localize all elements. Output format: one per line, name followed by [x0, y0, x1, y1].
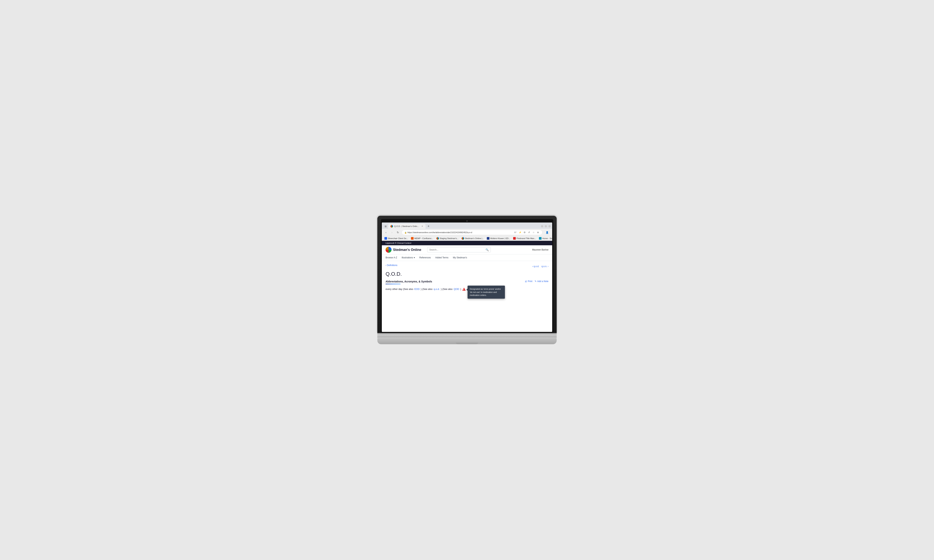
- tab-favicon: [390, 225, 393, 228]
- bookmark-favicon-wolters: [487, 237, 489, 240]
- laptop-hinge: [377, 333, 557, 334]
- search-bar[interactable]: 🔍: [427, 247, 491, 252]
- new-tab-button[interactable]: +: [426, 224, 431, 229]
- bookmark-label-stedmans: Stedman's Online |...: [465, 237, 484, 240]
- definition-text: every other day (See also EOD ) (See als…: [385, 287, 549, 291]
- bookmark-firebrand[interactable]: Firebrand Title Man...: [512, 237, 537, 240]
- search-input[interactable]: [429, 248, 484, 251]
- back-button[interactable]: ‹: [384, 230, 388, 235]
- extensions-icon[interactable]: ⚡: [518, 231, 522, 234]
- bookmark-memp[interactable]: MEMP - Confluenc...: [410, 237, 434, 240]
- tab-close-icon[interactable]: ×: [421, 225, 423, 228]
- next-term-link[interactable]: q.o.n. ›: [541, 265, 549, 268]
- main-nav: Browse A-Z Illustrations ▾ References Ad…: [382, 254, 552, 261]
- page-title: Q.O.D.: [385, 271, 549, 277]
- reader-icon[interactable]: A⁺: [514, 231, 517, 234]
- content-area: ‹ Definitions ‹ q.o.d. q.o.n. ›: [382, 261, 552, 332]
- section-actions: 🖨 Print ✎ Add a Note: [525, 280, 549, 283]
- def-link-qod-upper[interactable]: QOD: [454, 287, 459, 291]
- bookmark-smartsheet[interactable]: Home - Smartsheet...: [538, 237, 552, 240]
- screen: ⊞ Q.O.D. | Stedman's Online | Wolt... × …: [382, 223, 552, 332]
- search-icon[interactable]: 🔍: [485, 248, 489, 251]
- bookmarks-bar: Silverchair Client Se... MEMP - Confluen…: [382, 236, 552, 241]
- section-underline: [385, 284, 401, 284]
- bookmark-favicon-smartsheet: [539, 237, 541, 240]
- tab-bar: ⊞ Q.O.D. | Stedman's Online | Wolt... × …: [382, 223, 552, 229]
- maximize-button[interactable]: [545, 225, 547, 228]
- def-link-eod[interactable]: EOD: [414, 287, 419, 291]
- add-note-button[interactable]: ✎ Add a Note: [535, 280, 549, 283]
- address-bar: ‹ › ↻ 🔒 https://stedmansonline.com/lw/ab…: [382, 229, 552, 236]
- bookmark-favicon-stedmans: [462, 237, 464, 240]
- website-content: Lippincott ® Clinical Context Stedman's …: [382, 241, 552, 332]
- bookmark-label-staging: Staging Stedman's...: [440, 237, 459, 240]
- tab-grid-icon[interactable]: ⊞: [383, 224, 388, 228]
- reload-button[interactable]: ↻: [396, 230, 400, 235]
- section-title: Abbreviations, Acronyms, & Symbols: [385, 280, 432, 283]
- def-text-1: every other day (See also: [385, 287, 413, 291]
- site-nav: Stedman's Online 🔍 Maureen Barlow: [382, 245, 552, 254]
- prev-term-link[interactable]: ‹ q.o.d.: [532, 265, 539, 268]
- def-link-qod-lower[interactable]: q.o.d.: [433, 287, 440, 291]
- print-button[interactable]: 🖨 Print: [525, 280, 532, 283]
- def-text-2: ) (See also: [421, 287, 432, 291]
- bookmark-favicon-firebrand: [513, 237, 516, 240]
- prev-chevron: ‹: [532, 265, 533, 268]
- pencil-icon: ✎: [535, 280, 536, 283]
- bookmark-silverchair[interactable]: Silverchair Client Se...: [383, 237, 409, 240]
- bookmark-favicon-memp: [411, 237, 413, 240]
- close-button[interactable]: [549, 225, 551, 228]
- next-chevron: ›: [547, 265, 549, 268]
- nav-illustrations[interactable]: Illustrations ▾: [402, 254, 415, 261]
- breadcrumb-link[interactable]: ‹ Definitions: [385, 264, 397, 266]
- lock-icon: 🔒: [404, 231, 406, 233]
- active-tab[interactable]: Q.O.D. | Stedman's Online | Wolt... ×: [388, 224, 425, 229]
- address-url: https://stedmansonline.com/lw/abbreviati…: [407, 231, 513, 234]
- nav-my-stedmans[interactable]: My Stedman's: [453, 254, 467, 261]
- warning-triangle: [462, 288, 466, 291]
- warning-tooltip: Designated as 'error-prone' and/or 'do n…: [467, 286, 505, 298]
- profile-icon[interactable]: 👤: [545, 230, 549, 234]
- breadcrumb: ‹ Definitions: [385, 264, 397, 266]
- bookmark-label-firebrand: Firebrand Title Man...: [516, 237, 536, 240]
- def-text-4: ): [460, 287, 461, 291]
- settings-icon[interactable]: ⚙: [523, 231, 526, 234]
- section-title-block: Abbreviations, Acronyms, & Symbols: [385, 280, 432, 286]
- nav-browse-az[interactable]: Browse A-Z: [385, 254, 397, 261]
- bookmark-label-memp: MEMP - Confluenc...: [414, 237, 433, 240]
- bookmark-label-silverchair: Silverchair Client Se...: [388, 237, 408, 240]
- nav-references[interactable]: References: [419, 254, 431, 261]
- logo-text: Stedman's Online: [393, 248, 421, 252]
- laptop-lid: ⊞ Q.O.D. | Stedman's Online | Wolt... × …: [377, 216, 557, 333]
- bookmark-wolters[interactable]: Wolters Kluwer | ED...: [485, 237, 511, 240]
- user-name: Maureen Barlow: [532, 248, 549, 251]
- laptop: ⊞ Q.O.D. | Stedman's Online | Wolt... × …: [377, 216, 557, 344]
- illustrations-chevron: ▾: [414, 256, 415, 259]
- bookmark-label-smartsheet: Home - Smartsheet...: [542, 237, 552, 240]
- section-header-row: Abbreviations, Acronyms, & Symbols 🖨 Pri…: [385, 280, 549, 286]
- minimize-button[interactable]: [541, 225, 543, 228]
- bookmark-label-wolters: Wolters Kluwer | ED...: [490, 237, 510, 240]
- tooltip-arrow: [467, 289, 467, 291]
- bookmark-staging[interactable]: Staging Stedman's...: [435, 237, 460, 240]
- warning-icon[interactable]: ! Designated as 'error-prone' and/or 'do…: [462, 288, 466, 291]
- window-controls: [541, 225, 551, 228]
- laptop-bottom: [377, 338, 557, 344]
- breadcrumb-row: ‹ Definitions ‹ q.o.d. q.o.n. ›: [385, 264, 549, 269]
- bookmark-favicon-silverchair: [384, 237, 387, 240]
- def-text-3: ) (See also: [441, 287, 453, 291]
- browser-chrome: ⊞ Q.O.D. | Stedman's Online | Wolt... × …: [382, 223, 552, 241]
- site-logo: Stedman's Online: [385, 247, 421, 253]
- bookmark-favicon-staging: [436, 237, 439, 240]
- share-icon[interactable]: ⊕: [536, 231, 539, 234]
- nav-added-terms[interactable]: Added Terms: [435, 254, 449, 261]
- clinical-context-bar: Lippincott ® Clinical Context: [382, 241, 552, 245]
- star-icon[interactable]: ☆: [532, 231, 535, 234]
- screen-bezel: ⊞ Q.O.D. | Stedman's Online | Wolt... × …: [381, 219, 553, 333]
- address-input[interactable]: 🔒 https://stedmansonline.com/lw/abbrevia…: [402, 230, 543, 235]
- refresh-icon[interactable]: ↺: [527, 231, 531, 234]
- forward-button[interactable]: ›: [390, 230, 394, 235]
- bookmark-stedmans[interactable]: Stedman's Online |...: [461, 237, 485, 240]
- clinical-context-label: Lippincott ® Clinical Context: [385, 242, 412, 244]
- laptop-base: [377, 334, 557, 338]
